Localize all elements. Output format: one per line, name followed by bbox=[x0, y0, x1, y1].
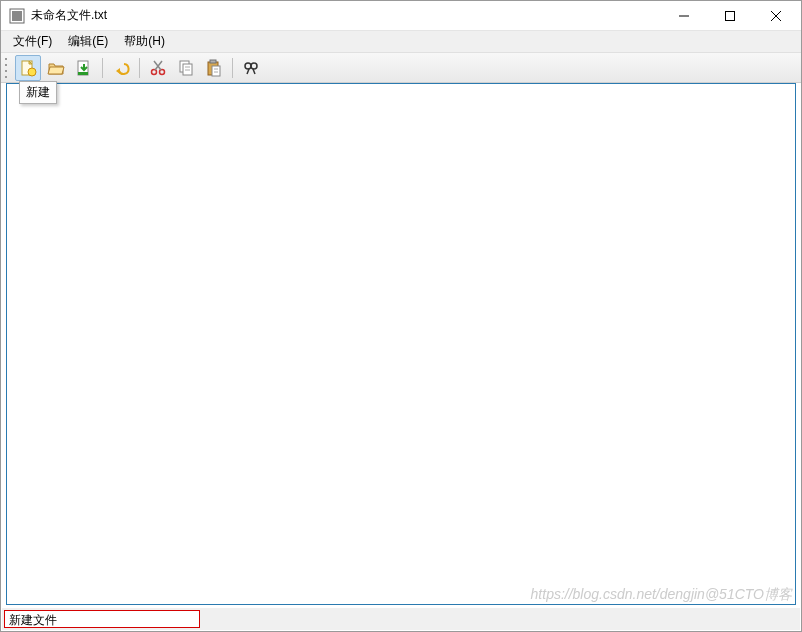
copy-button[interactable] bbox=[173, 55, 199, 81]
tooltip: 新建 bbox=[19, 81, 57, 104]
svg-marker-8 bbox=[116, 68, 120, 74]
svg-rect-7 bbox=[78, 72, 88, 75]
menu-help[interactable]: 帮助(H) bbox=[116, 31, 173, 52]
window-controls bbox=[661, 1, 799, 30]
app-icon bbox=[9, 8, 25, 24]
find-icon bbox=[242, 59, 260, 77]
open-button[interactable] bbox=[43, 55, 69, 81]
close-button[interactable] bbox=[753, 1, 799, 31]
minimize-button[interactable] bbox=[661, 1, 707, 31]
menu-edit[interactable]: 编辑(E) bbox=[60, 31, 116, 52]
toolbar-separator bbox=[139, 58, 140, 78]
editor-area bbox=[6, 83, 796, 605]
save-button[interactable] bbox=[71, 55, 97, 81]
maximize-button[interactable] bbox=[707, 1, 753, 31]
status-message: 新建文件 bbox=[4, 610, 200, 628]
text-editor[interactable] bbox=[6, 83, 796, 605]
find-button[interactable] bbox=[238, 55, 264, 81]
copy-icon bbox=[177, 59, 195, 77]
svg-rect-16 bbox=[210, 60, 216, 63]
undo-button[interactable] bbox=[108, 55, 134, 81]
svg-point-21 bbox=[251, 63, 257, 69]
new-button[interactable] bbox=[15, 55, 41, 81]
new-file-icon bbox=[19, 59, 37, 77]
open-folder-icon bbox=[47, 59, 65, 77]
svg-point-20 bbox=[245, 63, 251, 69]
svg-rect-1 bbox=[12, 11, 22, 21]
toolbar-grip bbox=[5, 58, 10, 78]
toolbar-separator bbox=[102, 58, 103, 78]
statusbar: 新建文件 bbox=[2, 608, 800, 630]
window-title: 未命名文件.txt bbox=[31, 7, 107, 24]
paste-icon bbox=[205, 59, 223, 77]
menu-file[interactable]: 文件(F) bbox=[5, 31, 60, 52]
titlebar: 未命名文件.txt bbox=[1, 1, 801, 31]
paste-button[interactable] bbox=[201, 55, 227, 81]
menubar: 文件(F) 编辑(E) 帮助(H) bbox=[1, 31, 801, 53]
cut-icon bbox=[149, 59, 167, 77]
toolbar-separator bbox=[232, 58, 233, 78]
save-icon bbox=[75, 59, 93, 77]
undo-icon bbox=[112, 59, 130, 77]
svg-rect-17 bbox=[212, 66, 220, 76]
svg-point-5 bbox=[28, 68, 36, 76]
svg-rect-2 bbox=[726, 12, 735, 21]
toolbar: 新建 bbox=[1, 53, 801, 83]
cut-button[interactable] bbox=[145, 55, 171, 81]
